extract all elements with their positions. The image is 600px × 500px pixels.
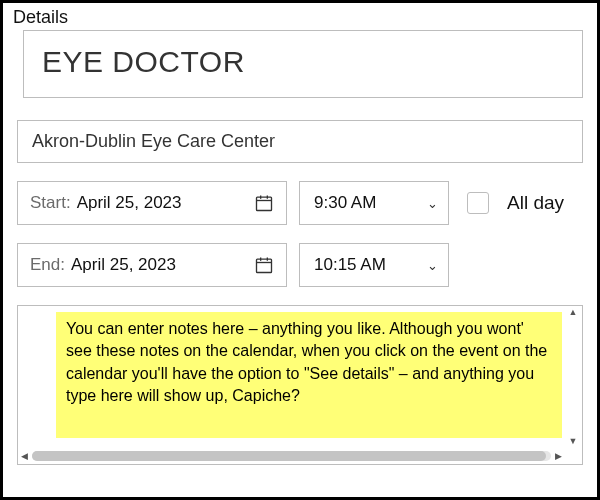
horizontal-scrollbar[interactable]: ◀ ▶ [19,448,564,464]
notes-textarea[interactable]: You can enter notes here – anything you … [17,305,583,465]
scroll-right-icon[interactable]: ▶ [553,451,564,461]
end-row: End: April 25, 2023 10:15 AM ⌄ [17,243,583,287]
calendar-icon[interactable] [254,255,274,275]
vertical-scrollbar[interactable]: ▲ ▼ [565,307,581,446]
scroll-track[interactable] [32,451,551,461]
end-time-select[interactable]: 10:15 AM ⌄ [299,243,449,287]
scroll-left-icon[interactable]: ◀ [19,451,30,461]
scroll-thumb[interactable] [32,451,546,461]
end-time-value: 10:15 AM [314,255,386,275]
start-date-input[interactable]: Start: April 25, 2023 [17,181,287,225]
svg-rect-0 [257,197,272,210]
event-title-input[interactable]: EYE DOCTOR [23,30,583,98]
start-time-select[interactable]: 9:30 AM ⌄ [299,181,449,225]
end-date-value: April 25, 2023 [71,255,254,275]
start-time-value: 9:30 AM [314,193,376,213]
end-label: End: [30,255,65,275]
all-day-checkbox[interactable] [467,192,489,214]
start-date-value: April 25, 2023 [77,193,254,213]
all-day-label: All day [507,192,564,214]
notes-text: You can enter notes here – anything you … [56,312,562,438]
calendar-icon[interactable] [254,193,274,213]
details-section-label: Details [13,7,583,28]
start-label: Start: [30,193,71,213]
chevron-down-icon: ⌄ [427,258,438,273]
start-row: Start: April 25, 2023 9:30 AM ⌄ All day [17,181,583,225]
scroll-down-icon[interactable]: ▼ [569,436,578,446]
end-date-input[interactable]: End: April 25, 2023 [17,243,287,287]
scroll-up-icon[interactable]: ▲ [569,307,578,317]
location-input[interactable]: Akron-Dublin Eye Care Center [17,120,583,163]
chevron-down-icon: ⌄ [427,196,438,211]
svg-rect-4 [257,259,272,272]
